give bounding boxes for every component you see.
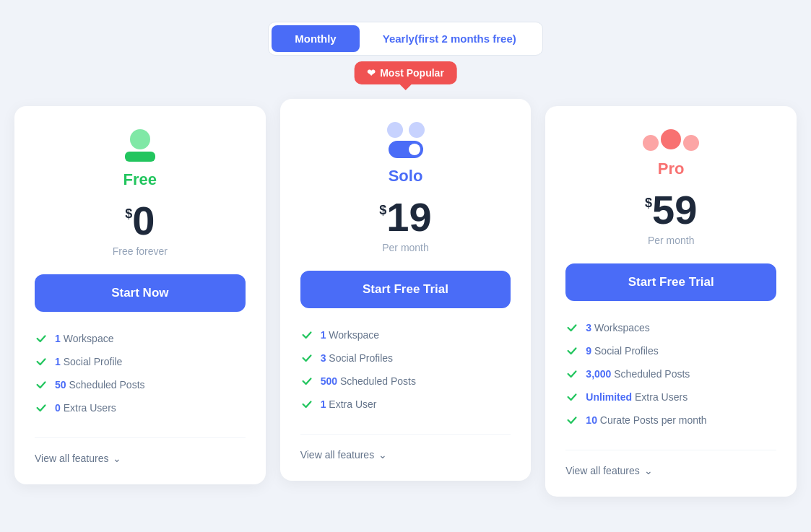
monthly-toggle-btn[interactable]: Monthly [272,25,360,52]
check-icon [565,391,578,404]
free-plan-name: Free [35,170,246,189]
solo-view-all-button[interactable]: View all features ⌄ [300,449,387,461]
check-icon [300,328,313,341]
pro-plan-name: Pro [565,160,776,178]
free-feature-4: 0 Extra Users [35,401,246,414]
pro-group-icon [643,129,699,151]
heart-icon: ❤ [367,67,376,79]
solo-person-icon [387,122,425,158]
pro-divider [565,450,776,450]
pro-price-container: $ 59 [565,190,776,230]
pro-features-list: 3 Workspaces 9 Social Profiles 3,000 Sch… [565,321,776,427]
solo-price-amount: 19 [386,197,431,237]
free-feature-1: 1 Workspace [35,332,246,345]
pro-cta-button[interactable]: Start Free Trial [565,263,776,301]
billing-toggle: Monthly Yearly(first 2 months free) [268,22,543,56]
free-divider [35,437,246,438]
free-feature-2: 1 Social Profile [35,355,246,368]
free-features-list: 1 Workspace 1 Social Profile 50 Schedule… [35,332,246,414]
solo-plan-name: Solo [300,167,511,186]
pro-plan-icon [565,129,776,151]
pro-feature-1: 3 Workspaces [565,321,776,334]
free-price-amount: 0 [132,201,155,241]
check-icon [35,355,48,368]
check-icon [35,332,48,345]
check-icon [300,398,313,411]
solo-plan-card: ❤ Most Popular Solo $ 19 Per month Start… [280,99,532,481]
pricing-cards-container: Free $ 0 Free forever Start Now 1 Worksp… [14,84,797,497]
solo-divider [300,434,511,435]
chevron-down-icon: ⌄ [113,453,121,464]
free-icon-head [130,129,150,149]
pro-price-period: Per month [565,235,776,246]
free-icon-body [125,152,155,162]
free-person-icon [125,129,155,162]
solo-feature-4: 1 Extra User [300,398,511,411]
pro-price-dollar: $ [645,196,652,211]
check-icon [565,367,578,380]
free-cta-button[interactable]: Start Now [35,274,246,312]
most-popular-badge: ❤ Most Popular [354,61,457,84]
solo-feature-2: 3 Social Profiles [300,352,511,365]
solo-cta-button[interactable]: Start Free Trial [300,271,511,308]
check-icon [565,321,578,334]
pro-feature-3: 3,000 Scheduled Posts [565,367,776,380]
chevron-down-icon: ⌄ [378,449,387,461]
pro-view-all-button[interactable]: View all features ⌄ [565,465,652,476]
check-icon [35,378,48,391]
check-icon [565,344,578,357]
check-icon [565,414,578,427]
solo-price-container: $ 19 [300,197,511,237]
solo-feature-1: 1 Workspace [300,328,511,341]
free-price-period: Free forever [35,245,246,257]
solo-price-dollar: $ [379,203,386,218]
check-icon [300,352,313,365]
free-plan-icon [35,129,246,162]
solo-price-period: Per month [300,242,511,253]
check-icon [35,401,48,414]
pro-feature-5: 10 Curate Posts per month [565,414,776,427]
check-icon [300,375,313,388]
free-view-all-button[interactable]: View all features ⌄ [35,453,121,464]
solo-price-wrapper: $ 19 [300,197,511,237]
pro-plan-card: Pro $ 59 Per month Start Free Trial 3 Wo… [545,106,797,497]
free-price-wrapper: $ 0 [35,201,246,241]
pro-feature-4: Unlimited Extra Users [565,391,776,404]
pro-price-amount: 59 [652,190,697,230]
yearly-toggle-btn[interactable]: Yearly(first 2 months free) [360,25,539,52]
free-price-dollar: $ [125,206,132,222]
pro-price-wrapper: $ 59 [565,190,776,230]
pro-feature-2: 9 Social Profiles [565,344,776,357]
solo-feature-3: 500 Scheduled Posts [300,375,511,388]
solo-features-list: 1 Workspace 3 Social Profiles 500 Schedu… [300,328,511,411]
solo-plan-icon [300,122,511,158]
free-plan-card: Free $ 0 Free forever Start Now 1 Worksp… [14,106,266,484]
chevron-down-icon: ⌄ [644,465,653,476]
free-feature-3: 50 Scheduled Posts [35,378,246,391]
free-price-container: $ 0 [35,201,246,241]
